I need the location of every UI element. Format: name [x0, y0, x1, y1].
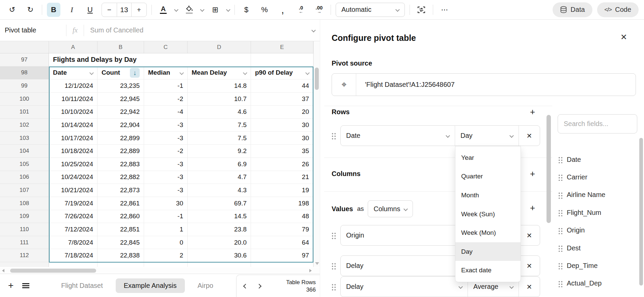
grid-cell[interactable]: 14.8: [188, 79, 251, 93]
field-item-dep-time[interactable]: Dep_Time: [558, 261, 598, 270]
percent-format-button[interactable]: %: [258, 3, 271, 17]
table-nav-prev-icon[interactable]: [243, 283, 248, 288]
field-item-carrier[interactable]: Carrier: [558, 173, 587, 181]
grid-cell[interactable]: 23,235: [97, 79, 144, 93]
grid-cell[interactable]: 64: [251, 236, 313, 249]
convert-button[interactable]: [415, 3, 428, 17]
row-header[interactable]: 109: [0, 210, 49, 223]
value-field-select[interactable]: Delay: [341, 277, 468, 297]
grid-cell[interactable]: 22,882: [97, 171, 144, 184]
row-header[interactable]: 105: [0, 158, 49, 171]
grid-cell[interactable]: 30: [251, 119, 313, 132]
redo-button[interactable]: ↻: [24, 3, 37, 17]
field-drag-handle[interactable]: [558, 262, 563, 269]
grid-cell[interactable]: 30: [144, 197, 188, 210]
grid-cell[interactable]: 10.7: [188, 93, 251, 106]
column-header-b[interactable]: B: [97, 41, 144, 53]
field-item-date[interactable]: Date: [558, 155, 581, 164]
grid-cell[interactable]: 22,873: [97, 184, 144, 197]
panel-close-button[interactable]: ✕: [620, 32, 627, 42]
grid-cell[interactable]: -3: [144, 132, 188, 145]
grid-cell[interactable]: 9.2: [188, 145, 251, 158]
grid-cell[interactable]: 10/21/2024: [49, 184, 97, 197]
sort-descending-icon[interactable]: ↓: [130, 68, 140, 78]
grid-cell[interactable]: 7/18/2024: [49, 249, 97, 262]
grid-cell[interactable]: -1: [144, 79, 188, 93]
row-header[interactable]: 112: [0, 249, 49, 262]
value-field-select[interactable]: Origin: [341, 225, 468, 245]
italic-button[interactable]: I: [65, 3, 79, 17]
grid-cell[interactable]: 10/24/2024: [49, 171, 97, 184]
menu-option-month[interactable]: Month: [455, 186, 521, 205]
formula-bar-expand-chevron-icon[interactable]: [311, 28, 316, 32]
font-size-decrease-button[interactable]: −: [102, 3, 117, 17]
grid-cell[interactable]: -1: [144, 210, 188, 223]
grid-cell[interactable]: -3: [144, 184, 188, 197]
value-field-select[interactable]: Delay: [341, 256, 468, 276]
horizontal-scrollbar[interactable]: [0, 268, 320, 274]
row-header[interactable]: 100: [0, 93, 49, 106]
comma-format-button[interactable]: ,: [276, 3, 289, 17]
grid-cell[interactable]: 97: [251, 249, 313, 262]
menu-option-quarter[interactable]: Quarter: [455, 167, 521, 186]
grid-cell[interactable]: 7/8/2024: [49, 236, 97, 249]
bold-button[interactable]: B: [47, 3, 60, 17]
grid-cell[interactable]: 22,860: [97, 210, 144, 223]
menu-option-year[interactable]: Year: [455, 148, 521, 167]
fill-color-button[interactable]: [183, 3, 196, 17]
sheet-tab-example-analysis[interactable]: Example Analysis: [116, 278, 185, 293]
field-drag-handle[interactable]: [558, 191, 563, 199]
grid-cell[interactable]: 10/25/2024: [49, 158, 97, 171]
grid-cell[interactable]: 10/18/2024: [49, 145, 97, 158]
menu-option-week-mon[interactable]: Week (Mon): [455, 223, 521, 242]
text-color-button[interactable]: A: [157, 3, 170, 17]
grid-cell[interactable]: 79: [251, 223, 313, 236]
row-header[interactable]: 97: [0, 53, 49, 67]
cell-reference[interactable]: Pivot table: [5, 26, 66, 34]
row-header[interactable]: 102: [0, 119, 49, 132]
grid-cell[interactable]: [188, 53, 251, 67]
field-item-actual-dep[interactable]: Actual_Dep: [558, 279, 601, 288]
grid-cell[interactable]: 48: [251, 210, 313, 223]
row-bucket-select[interactable]: Day: [455, 126, 519, 146]
underline-button[interactable]: U: [83, 3, 97, 17]
field-drag-handle[interactable]: [558, 209, 563, 216]
table-nav-next-icon[interactable]: [257, 283, 261, 288]
grid-cell[interactable]: 10/11/2024: [49, 93, 97, 106]
scroll-left-icon[interactable]: [2, 269, 4, 272]
font-size-increase-button[interactable]: +: [132, 3, 146, 17]
grid-cell[interactable]: 10/10/2024: [49, 106, 97, 119]
grid-cell[interactable]: 7/12/2024: [49, 223, 97, 236]
row-header[interactable]: 107: [0, 184, 49, 197]
table-column-header-count[interactable]: Count↓: [97, 67, 144, 80]
row-header[interactable]: 103: [0, 132, 49, 145]
grid-cell[interactable]: 12/1/2024: [49, 79, 97, 93]
grid-cell[interactable]: -2: [144, 93, 188, 106]
borders-button[interactable]: ⊞: [208, 3, 222, 17]
grid-cell[interactable]: 7.5: [188, 132, 251, 145]
grid-cell-title[interactable]: Flights and Delays by Day: [49, 53, 188, 67]
row-item-drag-handle[interactable]: [331, 132, 336, 140]
grid-cell[interactable]: 23.8: [188, 223, 251, 236]
scroll-down-icon[interactable]: [315, 262, 319, 265]
grid-cell[interactable]: 22,904: [97, 119, 144, 132]
row-header[interactable]: 98: [0, 67, 49, 80]
column-header-a[interactable]: A: [49, 41, 97, 53]
grid-cell[interactable]: -3: [144, 119, 188, 132]
row-header[interactable]: 104: [0, 145, 49, 158]
select-range-button[interactable]: ⌖: [332, 74, 356, 96]
sheet-menu-icon[interactable]: [22, 283, 29, 288]
field-drag-handle[interactable]: [558, 173, 563, 181]
table-column-header-mean-delay[interactable]: Mean Delay: [188, 67, 251, 80]
row-header[interactable]: 106: [0, 171, 49, 184]
search-fields-input[interactable]: Search fields...: [558, 114, 637, 133]
row-header[interactable]: 108: [0, 197, 49, 210]
menu-option-exact-date[interactable]: Exact date: [455, 261, 521, 280]
grid-cell[interactable]: [251, 262, 313, 267]
field-item-dest[interactable]: Dest: [558, 244, 581, 252]
currency-format-button[interactable]: $: [240, 3, 253, 17]
field-drag-handle[interactable]: [558, 156, 563, 163]
grid-cell[interactable]: -2: [144, 145, 188, 158]
grid-cell[interactable]: 37: [251, 93, 313, 106]
column-menu-chevron-icon[interactable]: [243, 71, 247, 75]
